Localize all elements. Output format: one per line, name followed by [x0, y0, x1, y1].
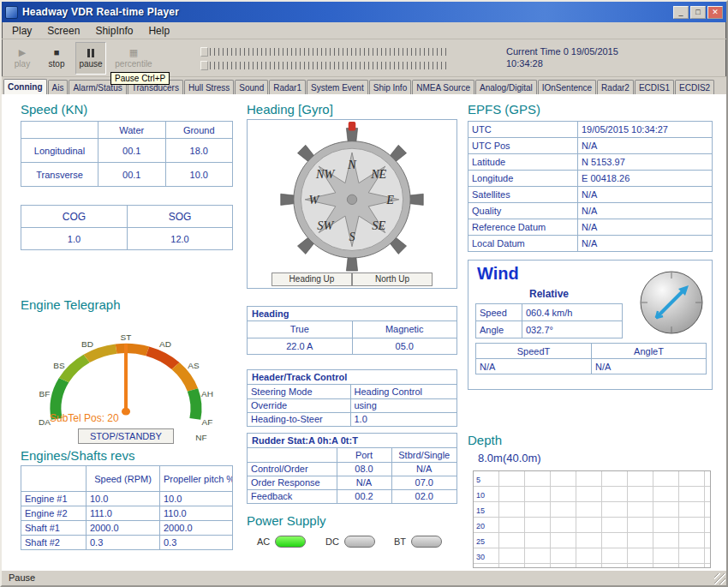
pause-tooltip: Pause Ctrl+P	[110, 72, 170, 85]
table-row: Shaft #1 2000.0 2000.0	[21, 521, 233, 536]
tab-radar2[interactable]: Radar2	[597, 80, 634, 94]
table-row: Longitudinal 00.1 18.0	[21, 139, 233, 163]
wind-angle-label: Angle	[476, 321, 522, 338]
speed-table: Water Ground Longitudinal 00.1 18.0 Tran…	[21, 121, 233, 187]
menu-help[interactable]: Help	[140, 23, 177, 39]
window-title: Headway VDR Real-time Player	[22, 6, 179, 18]
play-button[interactable]: ▶ play	[7, 42, 38, 75]
menu-screen[interactable]: Screen	[39, 23, 87, 39]
timeline-slider-thumb[interactable]	[200, 47, 208, 57]
stop-button[interactable]: ■ stop	[41, 42, 72, 75]
heading-up-button[interactable]: Heading Up	[272, 273, 352, 286]
wind-speedt-label: SpeedT	[476, 344, 592, 359]
depth-scale-tick: 20	[476, 522, 485, 530]
tab-nmea-source[interactable]: NMEA Source	[412, 80, 474, 94]
tab-sound[interactable]: Sound	[235, 80, 268, 94]
compass-point: SE	[372, 219, 385, 232]
power-ac: AC	[257, 536, 317, 548]
play-icon: ▶	[19, 48, 26, 57]
compass-point: S	[349, 230, 355, 243]
tab-system-event[interactable]: System Event	[307, 80, 368, 94]
engines-table: Speed (RPM) Propeller pitch % Engine #1 …	[21, 465, 233, 550]
minimize-button[interactable]: _	[673, 6, 689, 19]
gyro-section-title: Heading [Gyro]	[247, 102, 333, 117]
compass-rose: N NE E SE S SW W NW	[278, 122, 426, 273]
table-row: UTC PosN/A	[468, 138, 713, 154]
table-row: 22.0 A 05.0	[248, 338, 456, 354]
stop-label: stop	[49, 59, 65, 69]
compass-point: W	[309, 193, 320, 207]
stop-standby-button[interactable]: STOP/STANDBY	[78, 428, 174, 444]
epfs-section-title: EPFS (GPS)	[468, 102, 540, 117]
depth-value: 8.0m(40.0m)	[478, 452, 541, 464]
speed-col-water: Water	[98, 122, 166, 139]
menu-bar: Play Screen ShipInfo Help	[2, 22, 726, 39]
wind-true-table: SpeedT AngleT N/A N/A	[475, 343, 707, 374]
timeline-slider[interactable]	[210, 48, 448, 56]
title-bar[interactable]: Headway VDR Real-time Player _ □ ✕	[2, 2, 726, 22]
menu-play[interactable]: Play	[4, 23, 39, 39]
compass-point: NE	[370, 167, 386, 181]
table-row: QualityN/A	[468, 203, 713, 219]
percentile-button[interactable]: ▦ percentile	[110, 42, 158, 75]
compass-point: N	[347, 158, 357, 171]
cog-value: 1.0	[21, 228, 128, 250]
tab-conning[interactable]: Conning	[3, 79, 47, 94]
track-control-title: Header/Track Control	[248, 370, 456, 385]
tab-ais[interactable]: Ais	[48, 80, 69, 94]
tab-ionsentence[interactable]: IOnSentence	[538, 80, 596, 94]
compass-point: NW	[315, 167, 335, 181]
tab-ecdis1[interactable]: ECDIS1	[635, 80, 674, 94]
wind-speedt-value: N/A	[476, 359, 592, 374]
heading-panel: Heading True Magnetic 22.0 A 05.0	[247, 306, 457, 355]
north-up-button[interactable]: North Up	[352, 273, 433, 286]
depth-scale-tick: 5	[476, 476, 480, 484]
rudder-col-port: Port	[337, 448, 391, 462]
maximize-button[interactable]: □	[690, 6, 706, 19]
app-icon	[5, 6, 18, 19]
pause-button[interactable]: pause	[75, 42, 106, 75]
wind-anglet-value: N/A	[592, 359, 707, 374]
telegraph-label: BS	[53, 362, 64, 369]
table-row: 1.0 12.0	[21, 228, 233, 250]
heading-true-value: 22.0 A	[248, 338, 352, 354]
range-slider[interactable]	[210, 62, 448, 69]
table-row: Feedback 00.2 02.0	[248, 489, 456, 503]
power-indicators: AC DC BT	[257, 536, 454, 548]
table-row: Override using	[248, 398, 456, 412]
tab-radar1[interactable]: Radar1	[269, 80, 306, 94]
wind-speed-value: 060.4 km/h	[522, 304, 623, 321]
cog-sog-table: COG SOG 1.0 12.0	[21, 205, 233, 250]
table-row: Order Response N/A 07.0	[248, 476, 456, 489]
table-row: Engine #2 111.0 110.0	[21, 506, 233, 521]
table-row: Steering Mode Heading Control	[248, 385, 456, 398]
sog-label: SOG	[128, 206, 233, 228]
range-slider-thumb[interactable]	[200, 61, 208, 70]
engines-col-pitch: Propeller pitch %	[160, 466, 233, 492]
app-window: Headway VDR Real-time Player _ □ ✕ Play …	[0, 0, 728, 587]
rudder-panel: Rudder Stat:A 0h:A 0t:T Port Stbrd/Singl…	[247, 433, 457, 504]
tab-analog-digital[interactable]: Analog/Digital	[475, 80, 537, 94]
power-bt: BT	[394, 536, 454, 548]
track-control-panel: Header/Track Control Steering Mode Headi…	[247, 369, 457, 427]
telegraph-label: AD	[159, 340, 171, 348]
depth-history-grid	[473, 470, 711, 568]
tab-hull-stress[interactable]: Hull Stress	[184, 80, 234, 94]
table-row: Transverse 00.1 10.0	[21, 163, 233, 187]
tab-ecdis2[interactable]: ECDIS2	[675, 80, 714, 94]
close-button[interactable]: ✕	[707, 6, 723, 19]
cog-label: COG	[21, 206, 128, 228]
conning-page: Speed (KN) Water Ground Longitudinal 00.…	[2, 94, 726, 573]
resize-grip[interactable]	[714, 573, 725, 584]
pause-label: pause	[79, 59, 102, 69]
stop-icon: ■	[54, 48, 60, 57]
telegraph-section-title: Engine Telegraph	[21, 297, 120, 312]
tab-ship-info[interactable]: Ship Info	[369, 80, 411, 94]
table-row: Local DatumN/A	[468, 236, 713, 252]
subtel-position: SubTel Pos: 20	[50, 412, 119, 424]
ac-indicator-light	[275, 536, 306, 548]
dc-indicator-light	[344, 536, 375, 548]
power-section-title: Power Supply	[247, 513, 326, 528]
current-time-clock: 10:34:28	[506, 57, 618, 69]
menu-shipinfo[interactable]: ShipInfo	[87, 23, 140, 39]
